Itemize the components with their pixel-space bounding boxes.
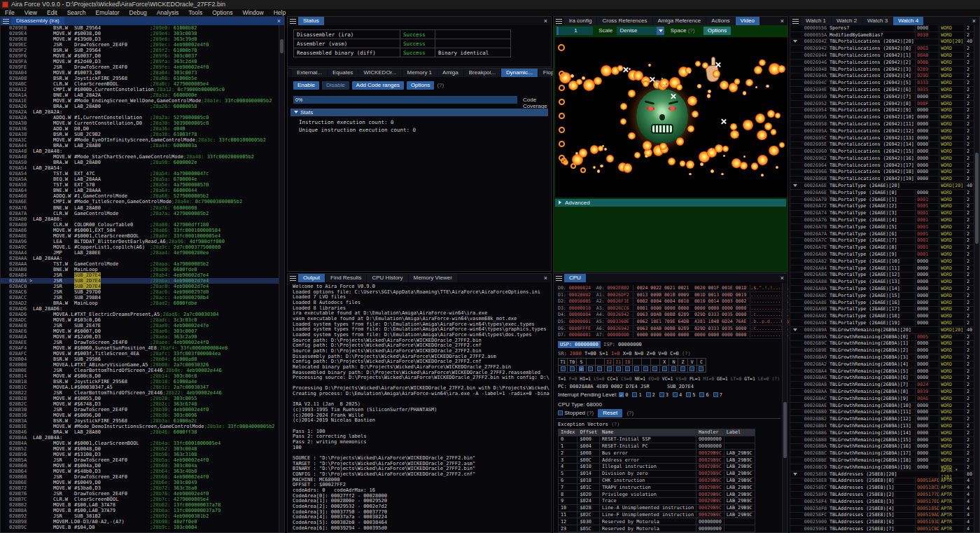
stopped-checkbox[interactable] (558, 410, 563, 415)
disassembly-line[interactable]: 028A68ADDQ.W#1,GameControlMode;28a68: 52… (1, 193, 279, 199)
watch-row[interactable]: 0002694ETBLPortalLocations (26942)[6]003… (790, 87, 974, 94)
flag-checkbox-I1[interactable] (616, 366, 621, 371)
disassembly-line[interactable]: 028A50BRA.WLAB_28AB0;28a50: 6000002e (1, 160, 279, 165)
watch-row[interactable]: 00026BBETBLGrowthRemaining(26B9A)[18]000… (790, 457, 974, 464)
watch-row[interactable]: 00026964TBLPortalLocations (26942)[17]00… (790, 162, 974, 169)
tab-watch-1[interactable]: Watch 1 (801, 17, 831, 25)
flag-checkbox-Z[interactable] (680, 366, 685, 371)
disassembly-line[interactable]: 028AE6MOVE.W#$0007,D0;28ae6: 303c0007 (1, 328, 279, 334)
menu-item-view[interactable]: View (20, 9, 42, 16)
flag-checkbox-I0[interactable] (625, 366, 630, 371)
disassembly-line[interactable]: 028AAALAB_28AAA: (1, 256, 279, 261)
disassembly-line[interactable]: 028B8AMOVE.B#$00,LAB_37A79;28b8a: 13fc00… (1, 508, 279, 513)
watch-list[interactable]: 00000556Spores?0000WORD20000055AModified… (790, 25, 974, 532)
tab-dynamic-[interactable]: Dynamic... (501, 69, 538, 77)
tab-cpu[interactable]: CPU (564, 274, 586, 282)
disassembly-line[interactable]: 028A5ETST.WEXT_570;28a5e: 4a7900000570 (1, 182, 279, 188)
disassembly-line[interactable]: 028B7CCLR.WClearScreenBOOL;28b7c: 427900… (1, 497, 279, 502)
disassembly-line[interactable]: 028A7ACLR.WGameControlMode;28a7a: 427900… (1, 211, 279, 216)
watch-row[interactable]: 00026A8CTBLPortalType (26A6E)[15]0000WOR… (790, 293, 974, 300)
panel-menu-icon[interactable] (290, 19, 296, 24)
watch-row[interactable]: 00026954TBLPortalLocations (26942)[9]000… (790, 108, 974, 115)
cpu-registers[interactable]: D0: 00000024 A0: 0002EB020024 0022 0021 … (558, 285, 806, 339)
video-options-button[interactable]: Options (704, 27, 732, 35)
watch-row[interactable]: 00026A88TBLPortalType (26A6E)[13]0000WOR… (790, 279, 974, 286)
watch-row[interactable]: 000258F8TBLAddresses (258E8)[4]0005185DA… (790, 506, 974, 513)
disassembly-line[interactable]: 028B0EJSRClearBottomThirdOfScreen_2E446;… (1, 368, 279, 373)
menu-item-file[interactable]: File (0, 9, 20, 16)
flag-checkbox-4[interactable] (597, 366, 602, 371)
tab-find-results[interactable]: Find Results (326, 274, 366, 282)
ipl-checkbox-0[interactable]: ✓ (619, 392, 624, 397)
watch-row[interactable]: 00026A80TBLPortalType (26A6E)[9]0001WORD… (790, 251, 974, 258)
menu-item-tools[interactable]: Tools (183, 9, 207, 16)
disassembly-line[interactable]: 028A54TST.WEXT_47C;28a54: 4a790000047c (1, 171, 279, 176)
menu-item-options[interactable]: Options (207, 9, 237, 16)
disassembly-line[interactable]: 028AFCMOVE.W#$003f,TitleScreen_4EA;28afc… (1, 351, 279, 357)
options-button[interactable]: Options (407, 81, 435, 90)
watch-row[interactable]: 00026A72TBLPortalType (26A6E)[2]0001WORD… (790, 204, 974, 211)
disassembly-line[interactable]: 028B3ABSR.WJoystickFIRE_29568;28b3a: 610… (1, 418, 279, 424)
watch-row[interactable]: 00026A82TBLPortalType (26A6E)[10]0000WOR… (790, 258, 974, 265)
watch-row[interactable]: 00026BB8TBLGrowthRemaining(26B9A)[15]000… (790, 437, 974, 444)
watch-row[interactable]: 00026BBATBLGrowthRemaining(26B9A)[16]000… (790, 444, 974, 451)
disassembly-line[interactable]: 028A3CMOVE.W#Mode_EyeOfInfinityScreen,Ga… (1, 137, 279, 143)
disassembly-line[interactable]: 028AB0BNE.WMainLoop;28ab0: 6600fde0 (1, 267, 279, 272)
watch-row[interactable]: 00026966TBLPortalLocations (26942)[18]00… (790, 169, 974, 176)
menu-item-emulator[interactable]: Emulator (91, 9, 125, 16)
watch-row[interactable]: 00026A94TBLPortalType (26A6E)[19]0000WOR… (790, 320, 974, 327)
tab-video[interactable]: Video (736, 17, 760, 25)
watch-row[interactable]: 00026BAATBLGrowthRemaining(26B9A)[8]0039… (790, 389, 974, 396)
watch-row[interactable]: 00026A84TBLPortalType (26A6E)[11]0000WOR… (790, 265, 974, 272)
disassembly-line[interactable]: 028B72MOVE.W#$3ba0,D3;28b72: 363c3ba0 (1, 485, 279, 491)
disassembly-line[interactable]: 028A0CCLR.WClearScreenBOOL;28a0c: 427900… (1, 81, 279, 87)
flag-checkbox-10[interactable] (652, 366, 657, 371)
watch-row[interactable]: 00026956TBLPortalLocations (26942)[10]00… (790, 114, 974, 121)
watch-row[interactable]: 00026BBCTBLGrowthRemaining(26B9A)[17]000… (790, 450, 974, 457)
panel-menu-icon[interactable] (556, 276, 562, 281)
cpu-scrollbar[interactable] (782, 283, 788, 532)
disassembly-line[interactable]: 028ABA>JSRSUB_2D7E4;28aba: 4eb90002d7e4 (1, 278, 279, 284)
disassembly-line[interactable]: 028AAATST.WGameControlMode;28aaa: 4a7900… (1, 261, 279, 267)
watch-row[interactable]: 0002695CTBLPortalLocations (26942)[13]00… (790, 135, 974, 142)
tab-breakpoi-[interactable]: Breakpoi... (464, 69, 500, 77)
disassembly-line[interactable]: 028AD2BRA.WMainLoop;28ad2: 6000fdbe (1, 300, 279, 306)
add-code-ranges-button[interactable]: Add Code ranges (352, 81, 404, 90)
watch-row[interactable]: 00026BB2TBLGrowthRemaining(26B9A)[12]000… (790, 416, 974, 423)
menu-item-window[interactable]: Window (237, 9, 268, 16)
disassembly-line[interactable]: 028AEAMOVE.W#$2a90,D3;28aea: 363c2a90 (1, 334, 279, 340)
watch-row[interactable]: 000258E8TBLAddresses (258E8)[20]APTR *[2… (790, 471, 974, 478)
panel-menu-icon[interactable] (290, 276, 296, 281)
menu-item-help[interactable]: Help (269, 9, 290, 16)
disassembly-line[interactable]: 028B18BSR.WJoystickFIRE_29568;28b18: 610… (1, 379, 279, 385)
scrollbar-thumb[interactable] (975, 153, 979, 244)
menu-item-analysis[interactable]: Analysis (152, 9, 184, 16)
disassembly-line[interactable]: 028A38BSR.WSUB_2C9B2;28a38: 61003f78 (1, 132, 279, 137)
flag-checkbox-grid[interactable]: T1T0SI2I1I0XNZVC✓ (558, 358, 706, 373)
disassembly-line[interactable]: 028B08MOVEA.L#TXT_ABinaryVisionGame,A5;2… (1, 362, 279, 368)
disassembly-line[interactable]: 028B28MOVE.W#$0055,D0;28b28: 303c0055 (1, 396, 279, 401)
tab-memory-viewer[interactable]: Memory Viewer (409, 274, 457, 282)
flag-checkbox-S[interactable]: ✓ (579, 366, 584, 371)
disassembly-line[interactable]: 028A8EMOVE.W#$0001,ClearScreenBOOL;28a8e… (1, 233, 279, 239)
disassembly-line[interactable]: 028B92JSRSUB_381B2;28b92: 4eb9000381b2 (1, 513, 279, 519)
disassembly-line[interactable]: 028A44BRA.WLAB_28AB0;28a44: 6000003a (1, 143, 279, 148)
disassembly-line[interactable]: 028ACCJSRSUB_298B4;28acc: 4eb9000298b4 (1, 295, 279, 300)
output-console[interactable]: Welcome to Aira Force V0.9.0 Loaded opti… (293, 284, 550, 532)
tab-memory-1[interactable]: Memory 1 (402, 69, 438, 77)
disassembly-line[interactable]: 028A2AADDQ.W#1,CurrentConstellation;28a2… (1, 115, 279, 120)
disassembly-line[interactable]: 028B98MOVEM.LD0-D3/A0-A2,-(A7);28b98: 48… (1, 519, 279, 525)
watch-row[interactable]: 00026BACTBLGrowthRemaining(26B9A)[9]00A6… (790, 396, 974, 403)
advanced-section-header[interactable]: Advanced (555, 199, 786, 207)
watch-row[interactable]: 00026BB6TBLGrowthRemaining(26B9A)[14]000… (790, 430, 974, 437)
disassembly-listing[interactable]: 0289E0BSR.WSUB_29564;289e0: 61000b820289… (1, 25, 279, 532)
flag-checkbox-9[interactable] (643, 366, 648, 371)
menu-item-search[interactable]: Search (62, 9, 91, 16)
panel-menu-icon[interactable] (792, 19, 799, 24)
watch-row[interactable]: 00026A6ETBLPortalType (26A6E)[20]WORD[20… (790, 183, 974, 190)
disassembly-line[interactable]: 028B60MOVE.W#$004a,D0;28b60: 303c004a (1, 463, 279, 469)
disassembly-line[interactable]: 0289F6MOVE.W#$0037,D0;289f6: 303c0037 (1, 53, 279, 59)
flag-checkbox-N[interactable] (671, 366, 676, 371)
close-icon[interactable]: × (540, 274, 551, 282)
watch-row[interactable]: 00026A8ETBLPortalType (26A6E)[16]0000WOR… (790, 300, 974, 307)
